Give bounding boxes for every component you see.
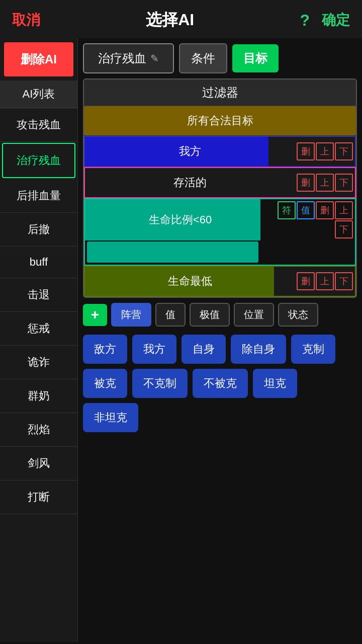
sidebar-item-knockback[interactable]: 击退 [0, 278, 77, 312]
camp-btn-no-counter[interactable]: 不克制 [132, 369, 188, 398]
up-hplow-btn[interactable]: 上 [316, 272, 334, 290]
sidebar-item-group-heal[interactable]: 群奶 [0, 379, 77, 413]
camp-btn-no-be-countered[interactable]: 不被克 [193, 369, 248, 398]
delete-ai-button[interactable]: 删除AI [4, 42, 73, 76]
sidebar-item-punish[interactable]: 惩戒 [0, 312, 77, 346]
sidebar-item-flame[interactable]: 烈焰 [0, 413, 77, 447]
confirm-button[interactable]: 确定 [322, 11, 350, 30]
tab-condition[interactable]: 条件 [179, 43, 227, 73]
filter-row-hp60-wrapper: 生命比例<60 符 值 删 上 下 [84, 198, 356, 266]
delete-alive-btn[interactable]: 删 [297, 174, 315, 192]
filter-actions-ally: 删 上 下 [295, 137, 355, 166]
filter-row-alive: 存活的 删 上 下 [84, 167, 356, 198]
camp-btn-not-self[interactable]: 除自身 [231, 335, 286, 364]
up-alive-btn[interactable]: 上 [316, 174, 334, 192]
filter-row-ally: 我方 删 上 下 [84, 136, 356, 167]
delete-hp60-btn[interactable]: 删 [316, 201, 334, 219]
sidebar-item-back-bleed[interactable]: 后排血量 [0, 179, 77, 213]
sidebar: 删除AI AI列表 攻击残血 治疗残血 后排血量 后撤 buff 击退 惩戒 诡… [0, 38, 78, 642]
filter-actions-alive: 删 上 下 [295, 168, 355, 197]
sidebar-item-buff[interactable]: buff [0, 247, 77, 278]
camp-btn-enemy[interactable]: 敌方 [83, 335, 127, 364]
edit-icon: ✎ [150, 52, 159, 64]
filter-title: 过滤器 [84, 79, 356, 106]
header: 取消 选择AI ? 确定 [0, 0, 362, 38]
sidebar-item-attack-hp[interactable]: 攻击残血 [0, 108, 77, 142]
sidebar-item-heal-hp[interactable]: 治疗残血 [2, 143, 75, 178]
camp-btn-counter[interactable]: 克制 [291, 335, 335, 364]
top-bar: 治疗残血 ✎ 条件 目标 [83, 43, 357, 73]
filter-tab-pos[interactable]: 位置 [234, 303, 274, 327]
filter-row-all-targets: 所有合法目标 [84, 106, 356, 136]
down-hplow-btn[interactable]: 下 [335, 272, 353, 290]
delete-hplow-btn[interactable]: 删 [297, 272, 315, 290]
filter-tabs-row: + 阵营 值 极值 位置 状态 [83, 303, 357, 327]
filter-row-hplow: 生命最低 删 上 下 [84, 266, 356, 297]
filter-label-hp60: 生命比例<60 [85, 205, 276, 234]
filter-actions-hp60: 符 值 删 上 下 [276, 199, 355, 240]
ai-list-header: AI列表 [0, 80, 77, 108]
header-right: ? 确定 [300, 11, 350, 30]
up-hp60-btn[interactable]: 上 [335, 201, 353, 219]
down-alive-btn[interactable]: 下 [335, 174, 353, 192]
tab-target[interactable]: 目标 [232, 44, 279, 72]
delete-ally-btn[interactable]: 删 [297, 142, 315, 160]
filter-tab-extreme[interactable]: 极值 [190, 303, 230, 327]
filter-tab-camp[interactable]: 阵营 [111, 303, 151, 327]
up-ally-btn[interactable]: 上 [316, 142, 334, 160]
sidebar-item-retreat[interactable]: 后撤 [0, 213, 77, 247]
tab-main[interactable]: 治疗残血 ✎ [83, 43, 174, 73]
filter-label-ally: 我方 [85, 137, 295, 166]
main-layout: 删除AI AI列表 攻击残血 治疗残血 后排血量 后撤 buff 击退 惩戒 诡… [0, 38, 362, 642]
camp-options: 敌方 我方 自身 除自身 克制 被克 不克制 不被克 坦克 非坦克 [83, 332, 357, 435]
filter-tab-val[interactable]: 值 [155, 303, 186, 327]
sidebar-item-interrupt[interactable]: 打断 [0, 480, 77, 514]
camp-btn-not-tank[interactable]: 非坦克 [83, 403, 138, 432]
filter-label-alive: 存活的 [85, 168, 295, 197]
camp-btn-be-countered[interactable]: 被克 [83, 369, 127, 398]
sidebar-item-deceit[interactable]: 诡诈 [0, 346, 77, 379]
page-title: 选择AI [146, 9, 194, 31]
filter-tab-status[interactable]: 状态 [278, 303, 318, 327]
filter-label-all-targets: 所有合法目标 [84, 106, 356, 135]
camp-btn-self[interactable]: 自身 [182, 335, 226, 364]
right-panel: 治疗残血 ✎ 条件 目标 过滤器 所有合法目标 我方 删 上 下 [78, 38, 362, 642]
add-filter-button[interactable]: + [83, 304, 107, 326]
down-ally-btn[interactable]: 下 [335, 142, 353, 160]
down-hp60-btn[interactable]: 下 [335, 220, 353, 238]
help-button[interactable]: ? [300, 11, 310, 30]
filter-label-hplow: 生命最低 [85, 267, 295, 296]
camp-btn-ally[interactable]: 我方 [132, 335, 176, 364]
val-hp60-btn[interactable]: 值 [297, 201, 315, 219]
hp60-bar [87, 242, 258, 263]
sidebar-item-sword-wind[interactable]: 剑风 [0, 447, 77, 480]
camp-btn-tank[interactable]: 坦克 [253, 369, 297, 398]
sym-hp60-btn[interactable]: 符 [278, 201, 296, 219]
filter-actions-hplow: 删 上 下 [295, 267, 355, 296]
cancel-button[interactable]: 取消 [12, 11, 40, 30]
tab-main-label: 治疗残血 [98, 50, 146, 66]
filter-box: 过滤器 所有合法目标 我方 删 上 下 存活的 [83, 78, 357, 298]
